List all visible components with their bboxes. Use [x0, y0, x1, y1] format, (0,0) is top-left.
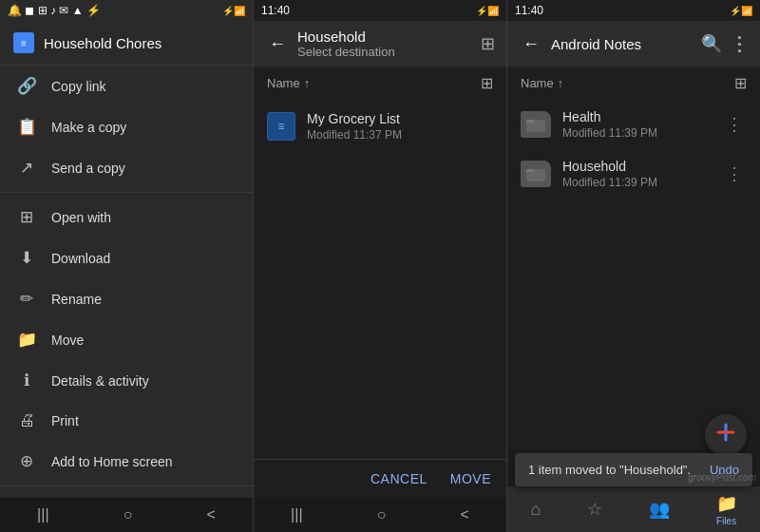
folder-modified-household: Modified 11:39 PM: [562, 176, 722, 189]
menu-item-copy-link[interactable]: 🔗 Copy link: [0, 66, 253, 106]
tab-shared[interactable]: 👥: [634, 495, 685, 523]
menu-divider-1: [0, 192, 253, 193]
menu-item-remove[interactable]: 🗑 Remove: [0, 490, 253, 498]
download-label: Download: [51, 251, 110, 266]
menu-item-move[interactable]: 📁 Move: [0, 319, 253, 360]
toast-text: 1 item moved to "Household".: [528, 463, 691, 477]
move-icon: 📁: [15, 330, 38, 350]
shared-tab-icon: 👥: [649, 499, 670, 520]
middle-panel: 11:40 ⚡📶 ← Household Select destination …: [254, 0, 507, 532]
star-tab-icon: ☆: [587, 499, 602, 520]
rename-label: Rename: [51, 292, 102, 307]
nav-home-btn-middle[interactable]: ○: [358, 501, 406, 529]
tab-files[interactable]: 📁 Files: [701, 489, 752, 530]
middle-header-subtitle: Select destination: [297, 45, 477, 59]
move-button[interactable]: Move: [450, 471, 491, 486]
middle-header: ← Household Select destination ⊞: [254, 21, 506, 66]
nav-bar-middle: ||| ○ <: [254, 498, 506, 532]
right-header: ← Android Notes 🔍 ⋮: [507, 21, 760, 66]
status-bar-right: 11:40 ⚡📶: [507, 0, 760, 21]
doc-icon: ≡: [13, 32, 34, 53]
folder-icon-household: [521, 161, 551, 187]
back-icon-right[interactable]: ←: [519, 30, 543, 58]
svg-rect-3: [526, 169, 534, 172]
bottom-nav-right: ⌂ ☆ 👥 📁 Files: [507, 486, 760, 532]
file-item-grocery[interactable]: ≡ My Grocery List Modified 11:37 PM: [254, 100, 506, 153]
grid-toggle-icon-middle[interactable]: ⊞: [477, 29, 499, 58]
files-tab-icon: 📁: [716, 493, 737, 514]
folder-info-health: Health Modified 11:39 PM: [562, 109, 722, 140]
rename-icon: ✏: [15, 289, 38, 309]
status-icons-left: ⚡📶: [222, 6, 245, 16]
grid-icon-middle[interactable]: ⊞: [481, 74, 493, 92]
fab-plus-icon: [714, 421, 737, 449]
doc-title-area: ≡ Household Chores: [0, 21, 253, 66]
details-icon: ℹ: [15, 370, 38, 390]
middle-header-title: Household: [297, 28, 477, 45]
file-modified-grocery: Modified 11:37 PM: [307, 128, 493, 142]
nav-back-btn[interactable]: <: [188, 501, 235, 529]
right-header-title: Android Notes: [551, 36, 697, 52]
menu-item-send-copy[interactable]: ↗ Send a copy: [0, 147, 253, 188]
add-home-label: Add to Home screen: [51, 454, 173, 469]
nav-menu-btn-middle[interactable]: |||: [272, 501, 321, 529]
print-label: Print: [51, 413, 79, 428]
menu-item-download[interactable]: ⬇ Download: [0, 238, 253, 278]
more-icon-right[interactable]: ⋮: [726, 28, 752, 59]
kebab-icon-household[interactable]: ⋮: [722, 160, 747, 188]
folder-name-household: Household: [562, 159, 722, 174]
nav-menu-btn[interactable]: |||: [18, 501, 67, 529]
menu-item-rename[interactable]: ✏ Rename: [0, 278, 253, 319]
menu-list: 🔗 Copy link 📋 Make a copy ↗ Send a copy …: [0, 66, 253, 498]
open-with-icon: ⊞: [15, 207, 38, 227]
svg-rect-1: [526, 120, 534, 123]
nav-bar-left: ||| ○ <: [0, 498, 253, 532]
time-left: 🔔 ◼ ⊞ ♪ ✉ ▲ ⚡: [8, 4, 101, 17]
watermark: groovyPost.com: [688, 472, 756, 483]
nav-home-btn[interactable]: ○: [104, 501, 152, 529]
make-copy-icon: 📋: [15, 117, 38, 137]
time-middle: 11:40: [261, 4, 290, 17]
status-bar-middle: 11:40 ⚡📶: [254, 0, 506, 21]
menu-divider-2: [0, 485, 253, 486]
status-bar-left: 🔔 ◼ ⊞ ♪ ✉ ▲ ⚡ ⚡📶: [0, 0, 253, 21]
status-icons-right: ⚡📶: [730, 6, 752, 16]
nav-back-btn-middle[interactable]: <: [442, 501, 488, 529]
menu-item-make-copy[interactable]: 📋 Make a copy: [0, 106, 253, 147]
sort-bar-middle: Name ↑ ⊞: [254, 66, 506, 100]
sort-bar-right: Name ↑ ⊞: [507, 66, 760, 100]
left-panel: 🔔 ◼ ⊞ ♪ ✉ ▲ ⚡ ⚡📶 ≡ Household Chores 🔗 Co…: [0, 0, 254, 532]
fab-button[interactable]: [705, 414, 747, 456]
sort-arrow-middle: ↑: [304, 76, 311, 90]
send-copy-label: Send a copy: [51, 161, 125, 176]
sort-label-middle: Name ↑: [267, 76, 310, 90]
file-name-grocery: My Grocery List: [307, 111, 493, 126]
grid-icon-right[interactable]: ⊞: [734, 74, 747, 92]
folder-info-household: Household Modified 11:39 PM: [562, 159, 722, 189]
kebab-icon-health[interactable]: ⋮: [722, 110, 747, 139]
status-icons-middle: ⚡📶: [476, 6, 499, 16]
make-copy-label: Make a copy: [51, 120, 126, 135]
folder-item-health[interactable]: Health Modified 11:39 PM ⋮: [507, 100, 760, 149]
back-icon-middle[interactable]: ←: [265, 30, 290, 58]
cancel-button[interactable]: Cancel: [370, 471, 428, 486]
tab-starred[interactable]: ☆: [572, 495, 618, 523]
open-with-label: Open with: [51, 210, 111, 225]
tab-home[interactable]: ⌂: [515, 496, 556, 523]
home-tab-icon: ⌂: [530, 500, 541, 520]
send-copy-icon: ↗: [15, 158, 38, 178]
menu-item-details[interactable]: ℹ Details & activity: [0, 360, 253, 401]
file-doc-icon: ≡: [267, 112, 295, 141]
add-home-icon: ⊕: [15, 451, 38, 471]
move-label: Move: [51, 332, 84, 348]
sort-arrow-right: ↑: [558, 76, 564, 90]
print-icon: 🖨: [15, 411, 38, 430]
details-label: Details & activity: [51, 373, 149, 389]
folder-icon-health: [521, 111, 551, 138]
search-icon-right[interactable]: 🔍: [697, 29, 726, 58]
menu-item-add-home[interactable]: ⊕ Add to Home screen: [0, 441, 253, 482]
bottom-actions-middle: Cancel Move: [254, 459, 506, 498]
folder-item-household[interactable]: Household Modified 11:39 PM ⋮: [507, 149, 760, 199]
menu-item-print[interactable]: 🖨 Print: [0, 401, 253, 441]
menu-item-open-with[interactable]: ⊞ Open with: [0, 197, 253, 238]
